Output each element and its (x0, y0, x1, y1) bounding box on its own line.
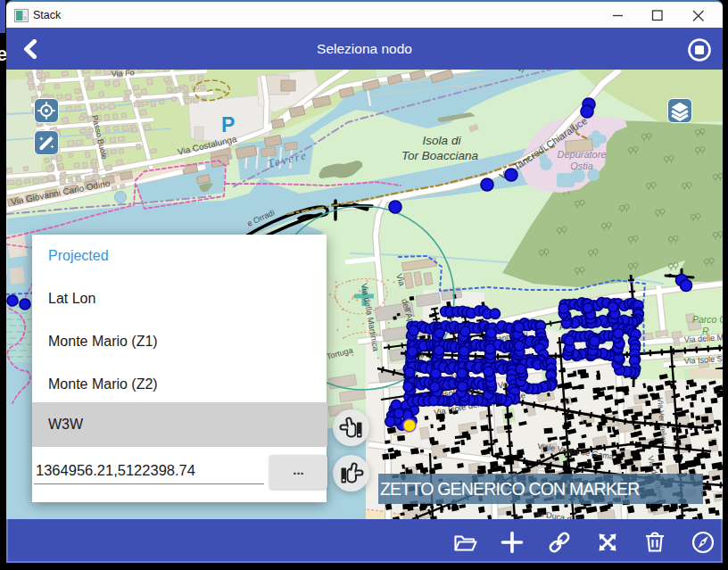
svg-text:Isola di: Isola di (423, 134, 462, 147)
svg-text:Tor Boacciana: Tor Boacciana (401, 149, 478, 162)
svg-text:Ostia: Ostia (570, 161, 593, 171)
svg-text:Depuratore: Depuratore (557, 149, 606, 160)
svg-text:P: P (221, 113, 235, 136)
svg-text:Parco C: Parco C (692, 314, 723, 325)
